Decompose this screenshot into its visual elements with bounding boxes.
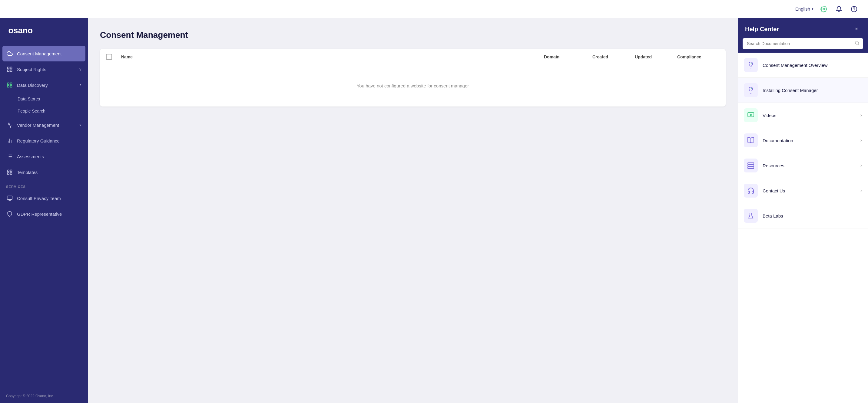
svg-line-29 xyxy=(858,44,859,45)
sidebar-item-label: Templates xyxy=(17,170,82,175)
bulb-icon xyxy=(744,58,758,72)
help-item-label: Documentation xyxy=(763,138,856,143)
page-title: Consent Management xyxy=(100,30,726,40)
help-item-resources[interactable]: Resources › xyxy=(738,153,868,178)
svg-text:osano: osano xyxy=(8,26,33,35)
svg-rect-10 xyxy=(10,86,12,88)
book-icon xyxy=(744,133,758,147)
services-section-label: SERVICES xyxy=(0,180,88,190)
help-item-contact-us[interactable]: Contact Us › xyxy=(738,178,868,203)
language-label: English xyxy=(795,6,810,11)
help-panel: Help Center × xyxy=(738,18,868,403)
help-search-input[interactable] xyxy=(743,38,863,49)
bulb-icon xyxy=(744,83,758,97)
svg-rect-5 xyxy=(10,67,12,69)
main-content: Consent Management Name Domain Created U… xyxy=(88,18,738,403)
sidebar-sub-label: Data Stores xyxy=(18,97,40,101)
sidebar-logo: osano xyxy=(0,18,88,43)
notifications-icon[interactable] xyxy=(834,4,844,14)
sidebar-item-label: Subject Rights xyxy=(17,67,75,72)
sidebar-item-assessments[interactable]: Assessments xyxy=(0,148,88,164)
sidebar-nav: Consent Management Subject Rights ∨ xyxy=(0,43,88,389)
svg-rect-11 xyxy=(7,86,9,88)
sidebar-item-label: Regulatory Guidance xyxy=(17,138,82,143)
header-actions: English ▾ xyxy=(795,4,859,14)
help-item-label: Videos xyxy=(763,113,856,118)
chevron-down-icon: ∨ xyxy=(79,123,82,127)
sidebar-item-vendor-management[interactable]: Vendor Management ∨ xyxy=(0,117,88,133)
sidebar-item-data-discovery[interactable]: Data Discovery ∧ xyxy=(0,77,88,93)
help-items-list: Consent Management Overview Installing C… xyxy=(738,53,868,403)
chevron-up-icon: ∧ xyxy=(79,83,82,87)
templates-icon xyxy=(6,169,13,176)
language-selector[interactable]: English ▾ xyxy=(795,6,813,11)
search-icon xyxy=(855,40,860,46)
col-compliance: Compliance xyxy=(677,55,720,59)
sidebar-item-label: GDPR Representative xyxy=(17,211,82,216)
sidebar-item-templates[interactable]: Templates xyxy=(0,164,88,180)
help-item-label: Installing Consent Manager xyxy=(763,88,862,93)
svg-rect-6 xyxy=(10,70,12,72)
app-body: osano Consent Management xyxy=(0,18,868,403)
consult-icon xyxy=(6,195,13,202)
headset-icon xyxy=(744,183,758,198)
help-item-label: Contact Us xyxy=(763,188,856,193)
select-all-checkbox[interactable] xyxy=(106,54,112,60)
chevron-right-icon: › xyxy=(861,138,862,143)
svg-rect-40 xyxy=(748,167,754,169)
chevron-right-icon: › xyxy=(861,163,862,168)
list-icon xyxy=(744,159,758,172)
sidebar-item-people-search[interactable]: People Search xyxy=(0,105,88,117)
svg-rect-22 xyxy=(10,170,12,172)
chevron-down-icon: ∨ xyxy=(79,67,82,71)
help-close-button[interactable]: × xyxy=(852,25,861,33)
sidebar-item-gdpr-representative[interactable]: GDPR Representative xyxy=(0,206,88,222)
sidebar-item-subject-rights[interactable]: Subject Rights ∨ xyxy=(0,61,88,77)
close-icon: × xyxy=(855,26,858,32)
sidebar-item-consent-management[interactable]: Consent Management xyxy=(2,46,85,61)
svg-rect-8 xyxy=(7,83,9,85)
sidebar-item-label: Data Discovery xyxy=(17,82,75,88)
help-item-videos[interactable]: Videos › xyxy=(738,103,868,128)
svg-rect-39 xyxy=(748,165,754,166)
settings-icon[interactable] xyxy=(819,4,829,14)
regulatory-icon xyxy=(6,137,13,144)
help-item-consent-management-overview[interactable]: Consent Management Overview xyxy=(738,53,868,78)
svg-rect-21 xyxy=(7,170,9,172)
subject-rights-icon xyxy=(6,66,13,73)
svg-marker-37 xyxy=(750,114,752,116)
sidebar-item-label: Vendor Management xyxy=(17,123,75,128)
help-item-label: Consent Management Overview xyxy=(763,63,862,68)
svg-rect-38 xyxy=(748,163,754,164)
help-icon[interactable] xyxy=(849,4,859,14)
help-item-documentation[interactable]: Documentation › xyxy=(738,128,868,153)
col-updated: Updated xyxy=(635,55,677,59)
help-search-container xyxy=(743,38,863,49)
sidebar-item-label: Consent Management xyxy=(17,51,82,56)
top-header: English ▾ xyxy=(0,0,868,18)
sidebar-item-regulatory-guidance[interactable]: Regulatory Guidance xyxy=(0,133,88,148)
sidebar-item-consult-privacy-team[interactable]: Consult Privacy Team xyxy=(0,190,88,206)
data-discovery-icon xyxy=(6,81,13,89)
col-name: Name xyxy=(121,55,544,59)
svg-point-0 xyxy=(823,8,825,10)
flask-icon xyxy=(744,209,758,223)
col-domain: Domain xyxy=(544,55,592,59)
chevron-right-icon: › xyxy=(861,188,862,193)
assessments-icon xyxy=(6,153,13,160)
consent-table-card: Name Domain Created Updated Compliance Y… xyxy=(100,49,726,106)
sidebar-item-data-stores[interactable]: Data Stores xyxy=(0,93,88,105)
chevron-right-icon: › xyxy=(861,112,862,118)
svg-rect-23 xyxy=(10,173,12,175)
help-item-label: Resources xyxy=(763,163,856,168)
help-item-installing-consent-manager[interactable]: Installing Consent Manager xyxy=(738,78,868,103)
svg-rect-9 xyxy=(10,83,12,85)
empty-state-message: You have not configured a website for co… xyxy=(100,65,726,106)
sidebar: osano Consent Management xyxy=(0,18,88,403)
svg-rect-7 xyxy=(7,70,9,72)
help-item-label: Beta Labs xyxy=(763,213,862,219)
sidebar-footer: Copyright © 2022 Osano, Inc. xyxy=(0,389,88,403)
col-created: Created xyxy=(592,55,635,59)
svg-rect-25 xyxy=(7,196,12,200)
help-item-beta-labs[interactable]: Beta Labs xyxy=(738,203,868,228)
